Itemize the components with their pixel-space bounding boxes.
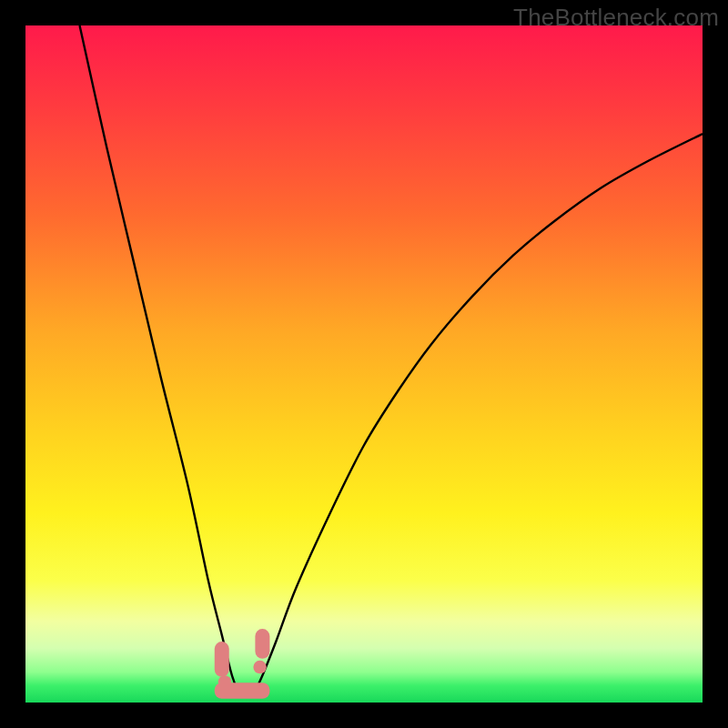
bottleneck-chart <box>25 25 703 703</box>
svg-rect-1 <box>255 629 269 659</box>
svg-rect-3 <box>218 675 231 688</box>
chart-frame: TheBottleneck.com <box>0 0 728 728</box>
svg-rect-0 <box>215 642 229 677</box>
svg-rect-4 <box>253 661 266 673</box>
plot-area <box>25 25 703 703</box>
gradient-background <box>25 25 703 703</box>
watermark-text: TheBottleneck.com <box>513 4 719 32</box>
